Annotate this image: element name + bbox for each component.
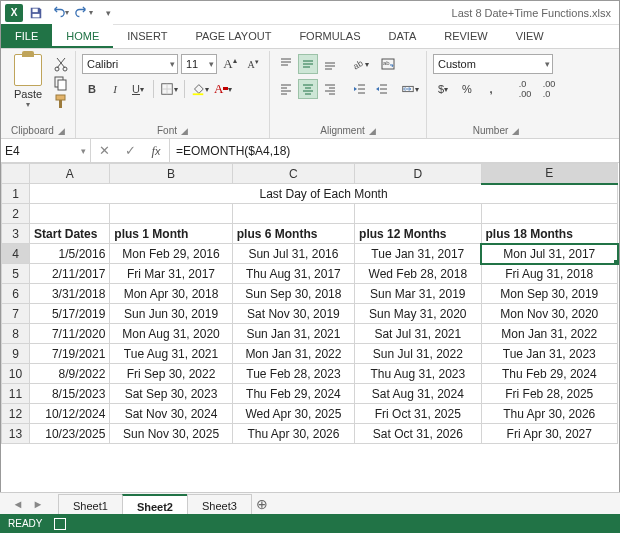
cell[interactable]: Sun Jul 31, 2016 [232, 244, 354, 264]
paste-button[interactable]: Paste ▾ [7, 54, 49, 109]
cell[interactable]: Thu Apr 30, 2026 [232, 424, 354, 444]
cell[interactable]: Fri Aug 31, 2018 [481, 264, 617, 284]
align-top-button[interactable] [276, 54, 296, 74]
bold-button[interactable]: B [82, 79, 102, 99]
decrease-decimal-button[interactable]: .00.0 [539, 79, 559, 99]
undo-button[interactable]: ▾ [49, 3, 71, 23]
cell[interactable]: 10/12/2024 [30, 404, 110, 424]
cell[interactable]: Tue Feb 28, 2023 [232, 364, 354, 384]
cell[interactable]: Mon Jan 31, 2022 [481, 324, 617, 344]
tab-home[interactable]: HOME [52, 24, 113, 48]
sheet-nav-prev[interactable]: ◄ [8, 498, 28, 510]
accounting-format-button[interactable]: $▾ [433, 79, 453, 99]
insert-function-button[interactable]: fx [143, 143, 169, 159]
increase-font-button[interactable]: A▴ [220, 54, 240, 74]
cell[interactable]: Mon Jan 31, 2022 [232, 344, 354, 364]
percent-format-button[interactable]: % [457, 79, 477, 99]
row-header[interactable]: 2 [2, 204, 30, 224]
cell[interactable] [232, 204, 354, 224]
cell[interactable]: Sat Jul 31, 2021 [355, 324, 481, 344]
row-header[interactable]: 11 [2, 384, 30, 404]
italic-button[interactable]: I [105, 79, 125, 99]
font-size-combo[interactable]: 11▾ [181, 54, 217, 74]
cell[interactable]: Sat Aug 31, 2024 [355, 384, 481, 404]
spreadsheet-grid[interactable]: A B C D E 1Last Day of Each Month 2 3 St… [1, 163, 619, 444]
sheet-tab-2[interactable]: Sheet2 [122, 494, 188, 516]
cell[interactable]: Tue Jan 31, 2023 [481, 344, 617, 364]
cell[interactable]: 7/19/2021 [30, 344, 110, 364]
cell[interactable]: Fri Feb 28, 2025 [481, 384, 617, 404]
redo-button[interactable]: ▾ [73, 3, 95, 23]
cancel-formula-button[interactable]: ✕ [91, 143, 117, 158]
cell[interactable]: Mon Sep 30, 2019 [481, 284, 617, 304]
cell[interactable]: 1/5/2016 [30, 244, 110, 264]
cell[interactable]: Mon Apr 30, 2018 [110, 284, 232, 304]
tab-insert[interactable]: INSERT [113, 24, 181, 48]
row-header[interactable]: 12 [2, 404, 30, 424]
tab-formulas[interactable]: FORMULAS [285, 24, 374, 48]
cell[interactable]: Wed Apr 30, 2025 [232, 404, 354, 424]
cell[interactable]: 10/23/2025 [30, 424, 110, 444]
enter-formula-button[interactable]: ✓ [117, 143, 143, 158]
cell[interactable]: 5/17/2019 [30, 304, 110, 324]
wrap-text-button[interactable]: ab [378, 54, 398, 74]
tab-review[interactable]: REVIEW [430, 24, 501, 48]
decrease-font-button[interactable]: A▾ [243, 54, 263, 74]
cell[interactable]: Mon Aug 31, 2020 [110, 324, 232, 344]
font-launcher[interactable]: ◢ [181, 126, 188, 136]
align-left-button[interactable] [276, 79, 296, 99]
tab-file[interactable]: FILE [1, 24, 52, 48]
formula-bar[interactable]: =EOMONTH($A4,18) [170, 139, 619, 162]
cell[interactable] [30, 204, 110, 224]
name-box[interactable]: E4▾ [1, 139, 91, 162]
cell[interactable]: Mon Feb 29, 2016 [110, 244, 232, 264]
alignment-launcher[interactable]: ◢ [369, 126, 376, 136]
cell[interactable]: 7/11/2020 [30, 324, 110, 344]
col-header-d[interactable]: D [355, 164, 481, 184]
col-header-b[interactable]: B [110, 164, 232, 184]
sheet-nav-next[interactable]: ► [28, 498, 48, 510]
underline-button[interactable]: U▾ [128, 79, 148, 99]
row-header[interactable]: 4 [2, 244, 30, 264]
orientation-button[interactable]: ab▾ [350, 54, 370, 74]
sheet-tab-3[interactable]: Sheet3 [187, 494, 252, 516]
col-header-c[interactable]: C [232, 164, 354, 184]
row-header[interactable]: 10 [2, 364, 30, 384]
row-header[interactable]: 6 [2, 284, 30, 304]
increase-decimal-button[interactable]: .0.00 [515, 79, 535, 99]
cell[interactable]: Fri Mar 31, 2017 [110, 264, 232, 284]
row-header[interactable]: 7 [2, 304, 30, 324]
cell[interactable]: 8/15/2023 [30, 384, 110, 404]
sheet-tab-1[interactable]: Sheet1 [58, 494, 123, 516]
cell[interactable] [355, 204, 481, 224]
comma-format-button[interactable]: , [481, 79, 501, 99]
align-middle-button[interactable] [298, 54, 318, 74]
cell[interactable]: Sun Jul 31, 2022 [355, 344, 481, 364]
cell[interactable]: Fri Oct 31, 2025 [355, 404, 481, 424]
cell[interactable]: Thu Apr 30, 2026 [481, 404, 617, 424]
row-header[interactable]: 3 [2, 224, 30, 244]
cell[interactable]: Sat Nov 30, 2024 [110, 404, 232, 424]
align-center-button[interactable] [298, 79, 318, 99]
font-color-button[interactable]: A▾ [213, 79, 233, 99]
clipboard-launcher[interactable]: ◢ [58, 126, 65, 136]
row-header[interactable]: 8 [2, 324, 30, 344]
cell[interactable]: Sun Jan 31, 2021 [232, 324, 354, 344]
row-header[interactable]: 5 [2, 264, 30, 284]
cell[interactable]: plus 6 Months [232, 224, 354, 244]
row-header[interactable]: 13 [2, 424, 30, 444]
cell[interactable]: Sat Sep 30, 2023 [110, 384, 232, 404]
increase-indent-button[interactable] [372, 79, 392, 99]
cell[interactable]: Mon Jul 31, 2017 [481, 244, 617, 264]
cell[interactable]: Mon Nov 30, 2020 [481, 304, 617, 324]
borders-button[interactable]: ▾ [159, 79, 179, 99]
col-header-a[interactable]: A [30, 164, 110, 184]
cell[interactable] [481, 204, 617, 224]
cell[interactable]: Wed Feb 28, 2018 [355, 264, 481, 284]
cell[interactable]: Start Dates [30, 224, 110, 244]
font-name-combo[interactable]: Calibri▾ [82, 54, 178, 74]
tab-view[interactable]: VIEW [502, 24, 558, 48]
cell[interactable]: plus 12 Months [355, 224, 481, 244]
cell[interactable]: Sun Sep 30, 2018 [232, 284, 354, 304]
cell[interactable]: Sun Mar 31, 2019 [355, 284, 481, 304]
